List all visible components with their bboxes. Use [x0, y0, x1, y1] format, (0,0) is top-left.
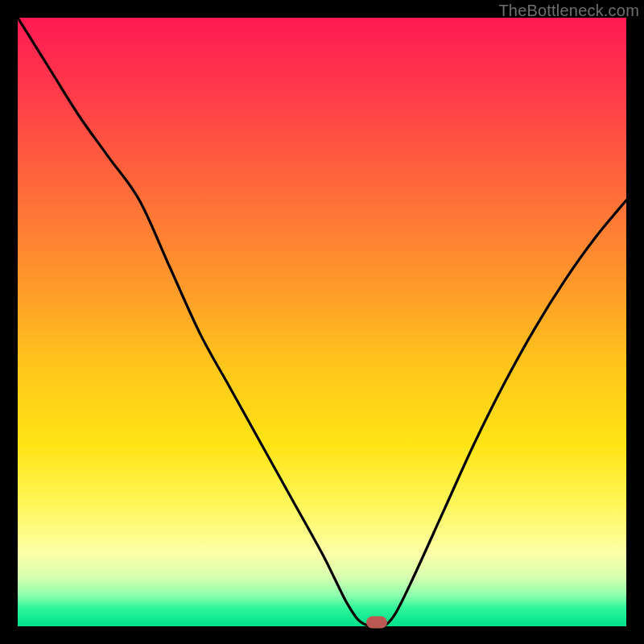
bottleneck-curve	[18, 18, 626, 626]
chart-plot-area	[18, 18, 626, 626]
chart-frame: TheBottleneck.com	[0, 0, 644, 644]
watermark-text: TheBottleneck.com	[498, 2, 639, 20]
optimal-point-marker	[366, 617, 387, 629]
